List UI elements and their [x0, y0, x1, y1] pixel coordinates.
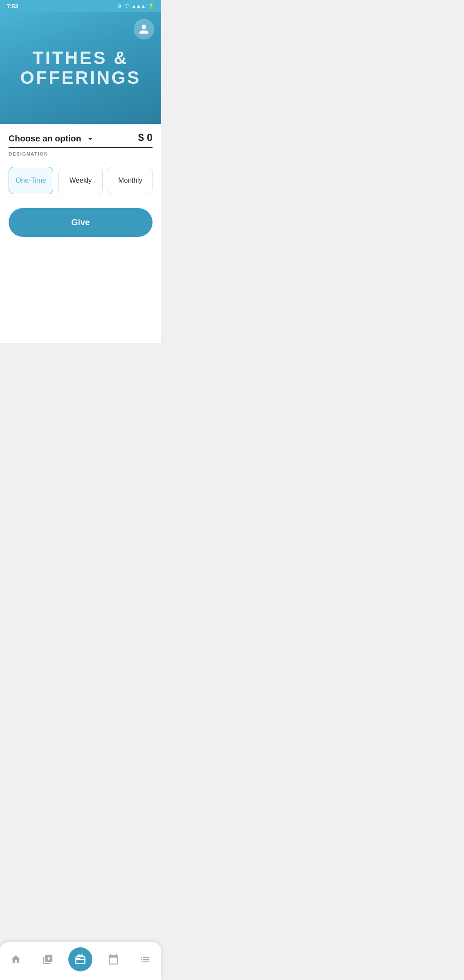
hero-section: TITHES & OFFERINGS: [0, 12, 161, 124]
hero-title-line1: TITHES &: [20, 48, 141, 68]
frequency-row: One-Time Weekly Monthly: [9, 167, 153, 194]
dropdown-row: Choose an option $ 0: [9, 132, 153, 148]
profile-button[interactable]: [134, 19, 154, 40]
amount-prefix: $: [138, 132, 144, 143]
hero-title-line2: OFFERINGS: [20, 68, 141, 88]
freq-btn-one-time[interactable]: One-Time: [9, 167, 53, 194]
chevron-down-icon: [85, 134, 95, 144]
person-icon: [138, 24, 150, 35]
amount-value: 0: [147, 132, 153, 143]
card-section: Choose an option $ 0 DESIGNATION One-Tim…: [0, 119, 161, 343]
give-button[interactable]: Give: [9, 208, 153, 237]
settings-icon: ⚙: [117, 3, 122, 9]
freq-btn-monthly[interactable]: Monthly: [108, 167, 153, 194]
status-icons: ⚙ 🛡 ▲▲▲ 🔋: [117, 3, 154, 9]
shield-icon: 🛡: [124, 3, 129, 9]
signal-icon: ▲▲▲: [131, 3, 146, 9]
dropdown-label: Choose an option: [9, 134, 81, 144]
status-time: 7:53: [7, 3, 18, 9]
battery-icon: 🔋: [148, 3, 154, 9]
designation-label: DESIGNATION: [9, 151, 153, 156]
hero-title: TITHES & OFFERINGS: [20, 48, 141, 88]
option-dropdown[interactable]: Choose an option: [9, 134, 138, 144]
amount-display: $ 0: [138, 132, 153, 144]
status-bar: 7:53 ⚙ 🛡 ▲▲▲ 🔋: [0, 0, 161, 12]
freq-btn-weekly[interactable]: Weekly: [58, 167, 103, 194]
